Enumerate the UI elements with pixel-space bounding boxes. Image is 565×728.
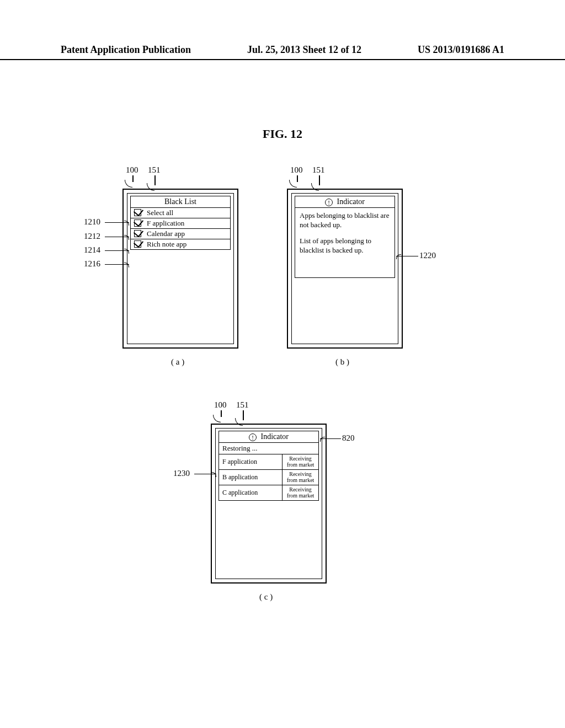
status-label: Receiving from market xyxy=(282,470,318,485)
app-name: F application xyxy=(219,454,282,469)
ref-1220: 1220 xyxy=(419,251,436,260)
row-rich-note-app[interactable]: Rich note app xyxy=(130,239,231,250)
restore-row-c: C application Receiving from market xyxy=(218,485,319,501)
msg-line-1: Apps belonging to blacklist are not back… xyxy=(300,211,390,230)
indicator-title-c: ! Indicator xyxy=(218,431,319,443)
ref-1210: 1210 xyxy=(84,217,100,227)
app-name: C application xyxy=(219,485,282,500)
checkbox-icon[interactable] xyxy=(134,230,141,237)
sublabel-b: ( b ) xyxy=(335,357,349,367)
ref-100-b: 100 xyxy=(290,165,303,175)
phone-b: ! Indicator Apps belonging to blacklist … xyxy=(287,189,403,349)
ref-151-b: 151 xyxy=(312,165,325,175)
ref-1214: 1214 xyxy=(84,245,100,255)
checkbox-icon[interactable] xyxy=(134,220,141,227)
sublabel-a: ( a ) xyxy=(171,357,184,367)
row-label: Calendar app xyxy=(147,229,185,238)
checkbox-icon[interactable] xyxy=(134,240,141,248)
row-label: F application xyxy=(147,219,184,228)
ref-151-a: 151 xyxy=(148,165,161,175)
ref-1230: 1230 xyxy=(173,469,190,478)
msg-line-2: List of apps belonging to blacklist is b… xyxy=(300,237,390,255)
sheet-label: Jul. 25, 2013 Sheet 12 of 12 xyxy=(247,44,361,56)
figure-canvas: Black List Select all F application Cale… xyxy=(0,165,565,662)
sublabel-c: ( c ) xyxy=(259,592,273,602)
status-label: Receiving from market xyxy=(282,454,318,469)
row-f-app[interactable]: F application xyxy=(130,218,231,229)
app-name: B application xyxy=(219,470,282,485)
ref-1216: 1216 xyxy=(84,259,100,269)
alert-icon: ! xyxy=(249,433,257,441)
restoring-header: Restoring ... xyxy=(218,443,319,454)
ref-151-c: 151 xyxy=(236,400,249,410)
alert-icon: ! xyxy=(325,199,333,206)
blacklist-message-box: Apps belonging to blacklist are not back… xyxy=(295,208,395,278)
screen-a: Black List Select all F application Cale… xyxy=(127,193,234,344)
phone-a: Black List Select all F application Cale… xyxy=(122,189,238,349)
figure-title: FIG. 12 xyxy=(0,127,565,141)
row-calendar-app[interactable]: Calendar app xyxy=(130,229,231,239)
pub-number: US 2013/0191686 A1 xyxy=(418,44,504,56)
blacklist-title: Black List xyxy=(130,196,231,208)
ref-100-c: 100 xyxy=(214,400,227,410)
row-select-all[interactable]: Select all xyxy=(130,207,231,218)
phone-c: ! Indicator Restoring ... F application … xyxy=(211,424,327,584)
ref-1212: 1212 xyxy=(84,232,100,241)
screen-b: ! Indicator Apps belonging to blacklist … xyxy=(291,193,398,344)
pub-label: Patent Application Publication xyxy=(61,44,191,56)
row-label: Rich note app xyxy=(147,240,186,249)
checkbox-icon[interactable] xyxy=(134,209,141,216)
ref-820: 820 xyxy=(342,433,355,443)
indicator-title-b: ! Indicator xyxy=(295,196,395,208)
restore-row-b: B application Receiving from market xyxy=(218,470,319,485)
ref-100-a: 100 xyxy=(126,165,138,175)
restore-row-f: F application Receiving from market xyxy=(218,454,319,470)
status-label: Receiving from market xyxy=(282,485,318,500)
screen-c: ! Indicator Restoring ... F application … xyxy=(215,428,322,579)
row-label: Select all xyxy=(147,208,173,217)
